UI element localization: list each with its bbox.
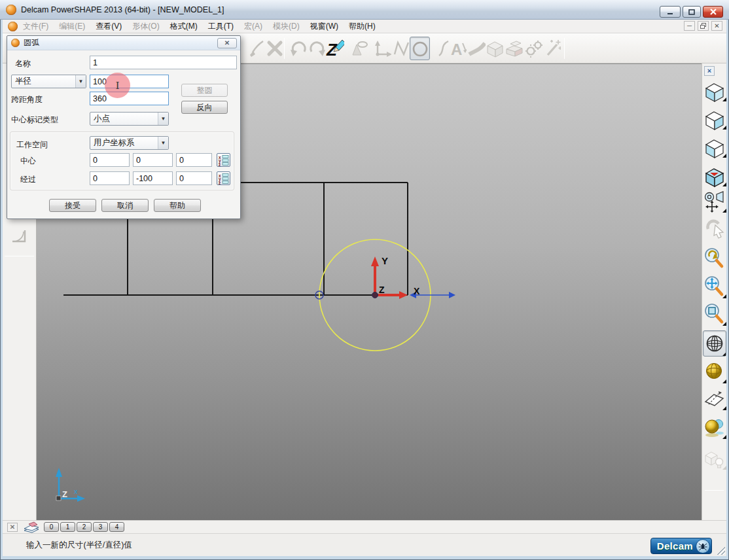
center-mark-label: 中心标记类型 bbox=[11, 114, 58, 126]
solid-tool-button[interactable] bbox=[484, 37, 503, 60]
menu-tools[interactable]: 工具(T) bbox=[203, 20, 239, 33]
transparent-view-button[interactable] bbox=[703, 415, 726, 442]
view-cube-top-icon bbox=[703, 80, 726, 103]
block-icon bbox=[503, 37, 523, 60]
status-message: 输入一新的尺寸(半径/直径)值 bbox=[26, 540, 132, 551]
assembly-tool-button[interactable] bbox=[523, 37, 542, 60]
view-top-button[interactable] bbox=[703, 79, 726, 105]
help-button[interactable]: 帮助 bbox=[154, 199, 201, 212]
dialog-title-bar[interactable]: 圆弧 bbox=[7, 36, 240, 50]
workplane-button[interactable] bbox=[372, 37, 391, 60]
through-position-button[interactable]: x y z bbox=[217, 171, 230, 185]
wireframe-view-button[interactable] bbox=[703, 330, 726, 357]
minimize-icon bbox=[666, 9, 674, 15]
cancel-button[interactable]: 取消 bbox=[101, 199, 149, 212]
zoom-fit-button[interactable] bbox=[703, 273, 726, 300]
radius-mode-select[interactable]: 半径 ▼ bbox=[11, 75, 86, 88]
view-triad: Z x bbox=[56, 468, 85, 502]
panel-close-button[interactable]: × bbox=[704, 66, 715, 76]
menu-macro[interactable]: 宏(A) bbox=[239, 20, 268, 33]
close-button[interactable] bbox=[703, 6, 723, 18]
delcam-brand-badge: Delcam bbox=[650, 538, 712, 554]
zoom-previous-button[interactable] bbox=[703, 245, 726, 271]
xyz-position-icon: x y z bbox=[218, 173, 230, 184]
level-button-4[interactable]: 4 bbox=[109, 522, 124, 532]
mdi-minimize-button[interactable]: ─ bbox=[684, 21, 695, 31]
zoom-box-icon bbox=[703, 302, 726, 326]
center-y-input[interactable] bbox=[133, 153, 173, 167]
revolve-cone-icon bbox=[348, 37, 368, 60]
through-z-input[interactable] bbox=[176, 171, 212, 185]
chevron-down-icon: ▼ bbox=[158, 113, 168, 125]
mdi-restore-button[interactable] bbox=[698, 21, 709, 31]
menu-view[interactable]: 查看(V) bbox=[90, 20, 127, 33]
redo-button[interactable] bbox=[306, 37, 325, 60]
surface-tool-button[interactable] bbox=[466, 37, 486, 60]
minimize-button[interactable] bbox=[660, 6, 681, 18]
name-input[interactable] bbox=[90, 56, 237, 69]
level-button-2[interactable]: 2 bbox=[77, 522, 92, 532]
redo-icon bbox=[306, 37, 325, 60]
center-position-button[interactable]: x y z bbox=[217, 153, 230, 167]
line-tool-button[interactable]: Z bbox=[325, 37, 344, 60]
level-button-1[interactable]: 1 bbox=[60, 522, 75, 532]
levels-close-button[interactable]: ✕ bbox=[7, 523, 18, 532]
span-angle-input[interactable] bbox=[90, 92, 169, 105]
span-angle-label: 跨距角度 bbox=[11, 94, 43, 105]
feature-tool-button[interactable] bbox=[503, 37, 523, 60]
surface-revolve-button[interactable] bbox=[348, 37, 368, 60]
level-button-0[interactable]: 0 bbox=[44, 522, 59, 532]
dialog-title: 圆弧 bbox=[24, 37, 39, 48]
delcam-brand-label: Delcam bbox=[657, 540, 693, 551]
accept-button[interactable]: 接受 bbox=[49, 199, 96, 212]
center-z-input[interactable] bbox=[176, 153, 212, 167]
menu-help[interactable]: 帮助(H) bbox=[344, 20, 381, 33]
center-mark-value: 小点 bbox=[90, 113, 158, 124]
menu-edit[interactable]: 编辑(E) bbox=[54, 20, 90, 33]
transparent-spheres-icon bbox=[703, 417, 726, 440]
click-highlight-cursor: I bbox=[105, 73, 130, 98]
dialog-close-button[interactable]: ✕ bbox=[217, 38, 237, 48]
view-iso-button[interactable] bbox=[703, 164, 726, 190]
full-circle-button[interactable]: 整圆 bbox=[181, 84, 228, 97]
polyline-tool-button[interactable] bbox=[391, 37, 410, 60]
center-mark-select[interactable]: 小点 ▼ bbox=[90, 112, 169, 126]
menu-object[interactable]: 形体(O) bbox=[127, 20, 164, 33]
svg-text:A: A bbox=[451, 41, 462, 58]
through-x-input[interactable] bbox=[90, 171, 130, 185]
resize-grip[interactable] bbox=[716, 546, 725, 555]
wizard-tool-button[interactable] bbox=[541, 37, 561, 60]
workspace-select[interactable]: 用户坐标系 ▼ bbox=[90, 136, 169, 150]
mdi-close-button[interactable]: ✕ bbox=[711, 21, 722, 31]
reverse-button[interactable]: 反向 bbox=[181, 101, 228, 114]
undo-button[interactable] bbox=[288, 37, 308, 60]
undo-view-button[interactable] bbox=[703, 215, 726, 241]
view-orient-button[interactable] bbox=[703, 188, 726, 214]
view-front-button[interactable] bbox=[703, 107, 726, 133]
render-view-button[interactable] bbox=[703, 446, 726, 472]
view-side-button[interactable] bbox=[703, 135, 726, 161]
circle-tool-button[interactable] bbox=[410, 37, 430, 60]
gears-icon bbox=[523, 37, 542, 60]
text-tool-button[interactable]: A bbox=[447, 37, 467, 60]
menu-module[interactable]: 模块(D) bbox=[268, 20, 305, 33]
eraser-brush-button[interactable] bbox=[246, 37, 266, 60]
center-x-input[interactable] bbox=[90, 153, 130, 167]
dynamic-section-button[interactable] bbox=[703, 387, 726, 413]
delete-button[interactable] bbox=[264, 37, 283, 60]
section-plane-icon bbox=[703, 389, 726, 412]
menu-window[interactable]: 视窗(W) bbox=[305, 20, 344, 33]
undo-view-icon bbox=[703, 217, 726, 240]
fillet-tool-button[interactable] bbox=[8, 226, 30, 248]
menu-bar: 文件(F) 编辑(E) 查看(V) 形体(O) 格式(M) 工具(T) 宏(A)… bbox=[3, 20, 726, 33]
shaded-view-button[interactable] bbox=[703, 359, 726, 385]
toolbar-separator bbox=[564, 38, 565, 59]
restore-button[interactable] bbox=[683, 6, 701, 18]
title-bar[interactable]: Delcam PowerSHAPE 2013 (64-bit) - [NEW_M… bbox=[0, 0, 729, 20]
through-y-input[interactable] bbox=[133, 171, 173, 185]
circle-tool-icon bbox=[410, 37, 429, 60]
level-button-3[interactable]: 3 bbox=[93, 522, 108, 532]
menu-format[interactable]: 格式(M) bbox=[165, 20, 203, 33]
menu-file[interactable]: 文件(F) bbox=[18, 20, 54, 33]
zoom-box-button[interactable] bbox=[703, 301, 726, 327]
